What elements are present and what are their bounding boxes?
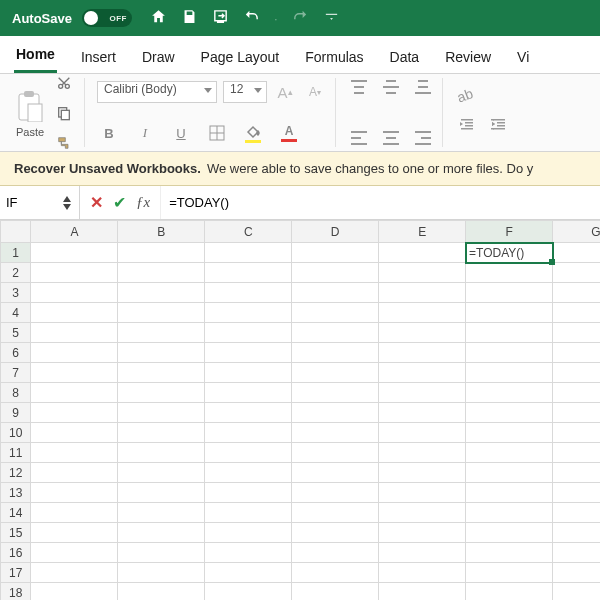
cell-G3[interactable]: [553, 283, 600, 303]
cell-F3[interactable]: [466, 283, 553, 303]
cell-D17[interactable]: [292, 563, 379, 583]
align-right-icon[interactable]: [412, 131, 434, 145]
cell-C8[interactable]: [205, 383, 292, 403]
row-header-1[interactable]: 1: [1, 243, 31, 263]
cell-E6[interactable]: [379, 343, 466, 363]
recovery-title[interactable]: Recover Unsaved Workbooks.: [14, 161, 201, 176]
col-header-D[interactable]: D: [292, 221, 379, 243]
select-all-corner[interactable]: [1, 221, 31, 243]
cell-G6[interactable]: [553, 343, 600, 363]
col-header-E[interactable]: E: [379, 221, 466, 243]
cell-D18[interactable]: [292, 583, 379, 601]
cell-F13[interactable]: [466, 483, 553, 503]
cell-G11[interactable]: [553, 443, 600, 463]
cell-A5[interactable]: [31, 323, 118, 343]
cell-E18[interactable]: [379, 583, 466, 601]
cell-C17[interactable]: [205, 563, 292, 583]
align-middle-icon[interactable]: [380, 80, 402, 94]
tab-draw[interactable]: Draw: [140, 49, 177, 73]
cell-C2[interactable]: [205, 263, 292, 283]
cell-B2[interactable]: [118, 263, 205, 283]
cell-B15[interactable]: [118, 523, 205, 543]
cell-B16[interactable]: [118, 543, 205, 563]
fill-color-icon[interactable]: [241, 121, 265, 145]
italic-button[interactable]: I: [133, 121, 157, 145]
cell-B3[interactable]: [118, 283, 205, 303]
align-left-icon[interactable]: [348, 131, 370, 145]
row-header-15[interactable]: 15: [1, 523, 31, 543]
cell-F10[interactable]: [466, 423, 553, 443]
cell-A18[interactable]: [31, 583, 118, 601]
cell-G10[interactable]: [553, 423, 600, 443]
cell-A12[interactable]: [31, 463, 118, 483]
cell-G15[interactable]: [553, 523, 600, 543]
cell-E11[interactable]: [379, 443, 466, 463]
cell-E3[interactable]: [379, 283, 466, 303]
home-icon[interactable]: [150, 8, 167, 28]
col-header-C[interactable]: C: [205, 221, 292, 243]
col-header-B[interactable]: B: [118, 221, 205, 243]
cell-G2[interactable]: [553, 263, 600, 283]
cell-B9[interactable]: [118, 403, 205, 423]
cell-A17[interactable]: [31, 563, 118, 583]
spreadsheet-grid[interactable]: A B C D E F G 1=TODAY()23456789101112131…: [0, 220, 600, 600]
cell-D14[interactable]: [292, 503, 379, 523]
cell-D11[interactable]: [292, 443, 379, 463]
cell-D8[interactable]: [292, 383, 379, 403]
cell-B17[interactable]: [118, 563, 205, 583]
cell-D15[interactable]: [292, 523, 379, 543]
row-header-2[interactable]: 2: [1, 263, 31, 283]
cell-A11[interactable]: [31, 443, 118, 463]
font-color-icon[interactable]: A: [277, 121, 301, 145]
name-box-stepper[interactable]: [61, 195, 73, 211]
increase-font-icon[interactable]: A▴: [273, 80, 297, 104]
cell-E5[interactable]: [379, 323, 466, 343]
cell-C6[interactable]: [205, 343, 292, 363]
cell-A2[interactable]: [31, 263, 118, 283]
cell-G8[interactable]: [553, 383, 600, 403]
fx-icon[interactable]: ƒx: [136, 194, 150, 211]
bold-button[interactable]: B: [97, 121, 121, 145]
cell-C12[interactable]: [205, 463, 292, 483]
cell-B11[interactable]: [118, 443, 205, 463]
cell-C4[interactable]: [205, 303, 292, 323]
row-header-7[interactable]: 7: [1, 363, 31, 383]
align-bottom-icon[interactable]: [412, 80, 434, 94]
name-box-input[interactable]: [6, 195, 56, 210]
row-header-14[interactable]: 14: [1, 503, 31, 523]
cell-B13[interactable]: [118, 483, 205, 503]
cell-E14[interactable]: [379, 503, 466, 523]
underline-button[interactable]: U: [169, 121, 193, 145]
copy-icon[interactable]: [52, 101, 76, 125]
align-center-icon[interactable]: [380, 131, 402, 145]
cell-B10[interactable]: [118, 423, 205, 443]
format-painter-icon[interactable]: [52, 131, 76, 155]
overflow-icon[interactable]: [323, 8, 340, 28]
cell-D4[interactable]: [292, 303, 379, 323]
cell-E17[interactable]: [379, 563, 466, 583]
increase-indent-icon[interactable]: [487, 113, 511, 137]
cell-C15[interactable]: [205, 523, 292, 543]
cell-B5[interactable]: [118, 323, 205, 343]
cell-D13[interactable]: [292, 483, 379, 503]
cell-E1[interactable]: [379, 243, 466, 263]
cell-E12[interactable]: [379, 463, 466, 483]
row-header-5[interactable]: 5: [1, 323, 31, 343]
cell-E13[interactable]: [379, 483, 466, 503]
stepper-down-icon[interactable]: [61, 203, 73, 211]
redo-icon[interactable]: [292, 8, 309, 28]
cell-A14[interactable]: [31, 503, 118, 523]
cell-F16[interactable]: [466, 543, 553, 563]
cell-B18[interactable]: [118, 583, 205, 601]
tab-data[interactable]: Data: [388, 49, 422, 73]
share-icon[interactable]: [212, 8, 229, 28]
cell-A6[interactable]: [31, 343, 118, 363]
cell-A4[interactable]: [31, 303, 118, 323]
save-icon[interactable]: [181, 8, 198, 28]
row-header-10[interactable]: 10: [1, 423, 31, 443]
cell-C11[interactable]: [205, 443, 292, 463]
cell-G12[interactable]: [553, 463, 600, 483]
cell-C14[interactable]: [205, 503, 292, 523]
fill-handle[interactable]: [549, 259, 555, 265]
cell-E9[interactable]: [379, 403, 466, 423]
